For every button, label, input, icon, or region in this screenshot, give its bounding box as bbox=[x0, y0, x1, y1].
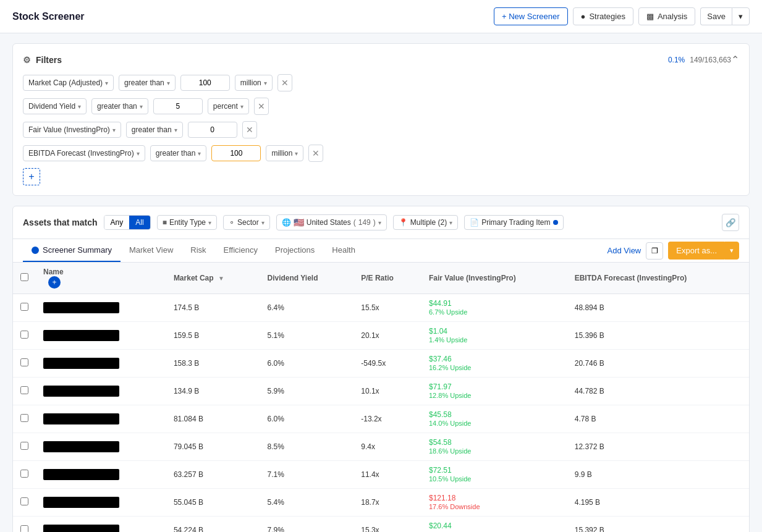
col-pe-ratio[interactable]: P/E Ratio bbox=[353, 263, 421, 294]
row-div-yield-7: 5.4% bbox=[260, 489, 353, 517]
row-select-5[interactable] bbox=[20, 442, 28, 450]
filter-unit-4[interactable]: million ▾ bbox=[266, 145, 303, 161]
chevron-down-icon: ▾ bbox=[112, 127, 116, 133]
filter-unit-label-2: percent bbox=[213, 102, 238, 111]
export-arrow-button[interactable]: ▾ bbox=[724, 242, 739, 260]
filter-field-3[interactable]: Fair Value (InvestingPro) ▾ bbox=[23, 122, 121, 138]
globe-icon: 🌐 bbox=[282, 218, 291, 227]
tab-projections[interactable]: Projections bbox=[266, 239, 323, 262]
row-ebitda-7: 4.195 B bbox=[567, 489, 749, 517]
row-fair-value-2: $37.46 16.2% Upside bbox=[421, 350, 567, 378]
row-ebitda-2: 20.746 B bbox=[567, 350, 749, 378]
tab-market-view[interactable]: Market View bbox=[121, 239, 182, 262]
add-view-button[interactable]: Add View bbox=[607, 246, 641, 255]
select-all-checkbox[interactable] bbox=[20, 273, 28, 281]
filter-value-2[interactable] bbox=[153, 98, 203, 114]
filter-remove-2[interactable]: ✕ bbox=[254, 98, 269, 115]
sector-chip[interactable]: ⚬ Sector ▾ bbox=[223, 215, 270, 230]
us-flag: 🇺🇸 bbox=[294, 217, 304, 227]
tab-screener-summary[interactable]: Screener Summary bbox=[23, 239, 121, 262]
tab-health[interactable]: Health bbox=[323, 239, 364, 262]
row-select-8[interactable] bbox=[20, 525, 28, 532]
col-ebitda-forecast[interactable]: EBITDA Forecast (InvestingPro) bbox=[567, 263, 749, 294]
trading-item-chip[interactable]: 📄 Primary Trading Item bbox=[464, 215, 563, 230]
filters-collapse-button[interactable]: ⌃ bbox=[731, 54, 739, 65]
country-count-badge: ( bbox=[353, 218, 356, 227]
fv-price-1: $1.04 bbox=[429, 327, 447, 336]
toggle-all[interactable]: All bbox=[129, 216, 150, 229]
filter-operator-4[interactable]: greater than ▾ bbox=[150, 145, 207, 161]
chevron-down-icon: ▾ bbox=[295, 150, 298, 157]
new-screener-button[interactable]: + New Screener bbox=[494, 7, 568, 25]
filter-value-4[interactable] bbox=[211, 145, 261, 161]
row-select-6[interactable] bbox=[20, 470, 28, 478]
row-select-2[interactable] bbox=[20, 358, 28, 366]
tab-label-screener-summary: Screener Summary bbox=[43, 245, 112, 255]
fv-upside-1: 1.4% Upside bbox=[429, 336, 467, 344]
row-name-6 bbox=[36, 461, 166, 489]
table-row: 81.084 B 6.0% -13.2x $45.58 14.0% Upside… bbox=[13, 405, 749, 433]
export-main-button[interactable]: Export as... bbox=[668, 242, 724, 260]
filter-value-1[interactable] bbox=[180, 75, 230, 91]
col-dividend-yield[interactable]: Dividend Yield bbox=[260, 263, 353, 294]
col-market-cap[interactable]: Market Cap ▼ bbox=[166, 263, 260, 294]
row-select-0[interactable] bbox=[20, 303, 28, 311]
save-button[interactable]: Save bbox=[700, 7, 732, 25]
row-pe-2: -549.5x bbox=[353, 350, 421, 378]
tab-label-risk: Risk bbox=[190, 245, 206, 255]
chevron-down-icon: ▾ bbox=[167, 80, 170, 87]
strategies-button[interactable]: ● Strategies bbox=[573, 7, 633, 25]
row-select-3[interactable] bbox=[20, 386, 28, 394]
row-select-7[interactable] bbox=[20, 497, 28, 505]
assets-header: Assets that match Any All ■ Entity Type … bbox=[13, 206, 749, 239]
strategies-label: Strategies bbox=[589, 12, 625, 21]
filter-field-4[interactable]: EBITDA Forecast (InvestingPro) ▾ bbox=[23, 145, 145, 161]
expand-icon-button[interactable]: ❐ bbox=[646, 242, 663, 260]
filter-remove-4[interactable]: ✕ bbox=[308, 145, 323, 162]
fv-price-6: $72.51 bbox=[429, 466, 452, 475]
filter-unit-2[interactable]: percent ▾ bbox=[208, 98, 249, 114]
filter-operator-1[interactable]: greater than ▾ bbox=[119, 75, 176, 91]
filter-row-2: Dividend Yield ▾ greater than ▾ percent … bbox=[23, 98, 739, 115]
table-row: 63.257 B 7.1% 11.4x $72.51 10.5% Upside … bbox=[13, 461, 749, 489]
add-column-button[interactable]: + bbox=[48, 276, 61, 289]
row-select-4[interactable] bbox=[20, 414, 28, 422]
col-fair-value[interactable]: Fair Value (InvestingPro) bbox=[421, 263, 567, 294]
row-fair-value-4: $45.58 14.0% Upside bbox=[421, 405, 567, 433]
save-arrow-button[interactable]: ▾ bbox=[732, 7, 750, 25]
exchange-chip[interactable]: 📍 Multiple (2) ▾ bbox=[393, 215, 458, 230]
chevron-down-icon: ▾ bbox=[198, 150, 201, 157]
row-market-cap-8: 54.224 B bbox=[166, 517, 260, 533]
filter-operator-3[interactable]: greater than ▾ bbox=[126, 122, 183, 138]
filter-row-4: EBITDA Forecast (InvestingPro) ▾ greater… bbox=[23, 145, 739, 162]
link-icon-button[interactable]: 🔗 bbox=[722, 214, 739, 231]
row-ebitda-6: 9.9 B bbox=[567, 461, 749, 489]
tab-risk[interactable]: Risk bbox=[182, 239, 214, 262]
add-filter-button[interactable]: + bbox=[23, 168, 40, 185]
row-name-8 bbox=[36, 517, 166, 533]
country-chip[interactable]: 🌐 🇺🇸 United States (149) ▾ bbox=[276, 214, 387, 230]
filter-operator-label-1: greater than bbox=[124, 78, 164, 87]
filter-unit-1[interactable]: million ▾ bbox=[235, 75, 273, 91]
country-label: United States bbox=[307, 218, 351, 227]
row-ebitda-8: 15.392 B bbox=[567, 517, 749, 533]
col-name[interactable]: Name + bbox=[36, 263, 166, 294]
chevron-down-icon: ▾ bbox=[137, 150, 140, 157]
row-checkbox-4 bbox=[13, 405, 36, 433]
row-market-cap-5: 79.045 B bbox=[166, 433, 260, 461]
entity-type-chip[interactable]: ■ Entity Type ▾ bbox=[157, 215, 217, 230]
row-select-1[interactable] bbox=[20, 331, 28, 339]
filter-value-3[interactable] bbox=[188, 122, 237, 138]
toggle-any[interactable]: Any bbox=[104, 216, 130, 229]
fv-price-2: $37.46 bbox=[429, 355, 452, 363]
filter-field-2[interactable]: Dividend Yield ▾ bbox=[23, 98, 87, 114]
analysis-button[interactable]: ▩ Analysis bbox=[638, 7, 695, 25]
row-ebitda-0: 48.894 B bbox=[567, 294, 749, 322]
row-market-cap-4: 81.084 B bbox=[166, 405, 260, 433]
filter-operator-2[interactable]: greater than ▾ bbox=[91, 98, 148, 114]
filter-field-label-1: Market Cap (Adjusted) bbox=[28, 78, 103, 87]
filter-remove-3[interactable]: ✕ bbox=[242, 121, 257, 138]
tab-efficiency[interactable]: Efficiency bbox=[215, 239, 266, 262]
filter-remove-1[interactable]: ✕ bbox=[277, 74, 292, 91]
filter-field-1[interactable]: Market Cap (Adjusted) ▾ bbox=[23, 75, 114, 91]
